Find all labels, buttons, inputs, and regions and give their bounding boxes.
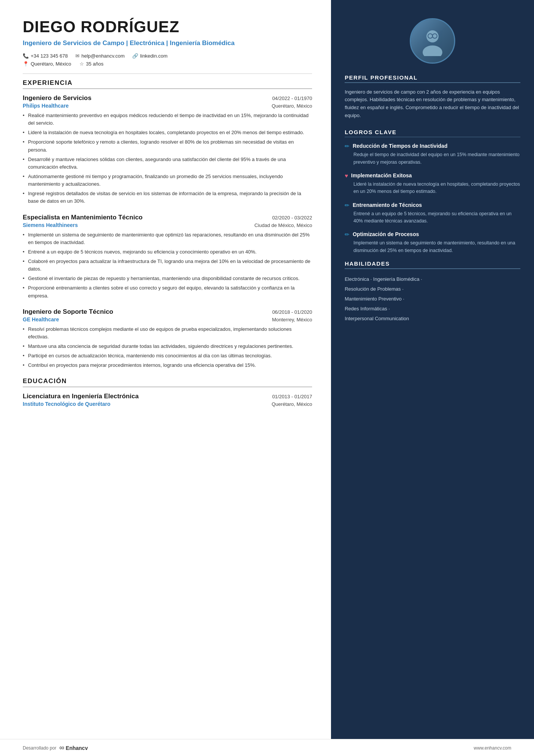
habilidades-list: Electrónica · Ingeniería Biomédica · Res… (345, 274, 520, 324)
habilidades-title: HABILIDADES (345, 260, 520, 267)
logro3-title-row: ✏ Entrenamiento de Técnicos (345, 202, 520, 209)
exp2-company: Siemens Healthineers (23, 222, 78, 228)
logro1-desc: Reduje el tiempo de inactividad del equi… (345, 151, 520, 166)
habilidad-4: Redes Informáticas · (345, 306, 390, 311)
logro-4: ✏ Optimización de Procesos Implementé un… (345, 231, 520, 254)
photo-placeholder (411, 18, 454, 64)
habilidad-5: Interpersonal Communication (345, 316, 409, 321)
linkedin-contact[interactable]: 🔗 linkedin.com (132, 53, 167, 59)
exp1-header-row: Ingeniero de Servicios 04/2022 - 01/1970 (23, 94, 312, 102)
exp2-bullet-2: Entrené a un equipo de 5 técnicos nuevos… (23, 248, 312, 256)
footer-left: Desarrollado por ∞ Enhancv (23, 744, 88, 752)
exp2-bullet-1: Implementé un sistema de seguimiento de … (23, 231, 312, 246)
candidate-title: Ingeniero de Servicios de Campo | Electr… (23, 39, 312, 48)
phone-icon: 📞 (23, 53, 29, 59)
exp3-bullet-2: Mantuve una alta conciencia de seguridad… (23, 343, 312, 350)
logros-section: LOGROS CLAVE ✏ Reducción de Tiempos de I… (345, 129, 520, 260)
logro2-icon: ♥ (345, 172, 348, 179)
exp1-location: Querétaro, México (272, 103, 312, 109)
email-contact: ✉ help@enhancv.com (75, 53, 125, 59)
exp3-dates: 06/2018 - 01/2020 (272, 309, 312, 315)
email-text: help@enhancv.com (81, 53, 125, 59)
person-silhouette (417, 26, 448, 56)
exp1-bullet-2: Lideré la instalación de nueva tecnologí… (23, 129, 312, 136)
footer-developed-by: Desarrollado por (23, 745, 56, 751)
age-text: 35 años (86, 61, 103, 67)
education-section-title: EDUCACIÓN (23, 377, 312, 385)
exp3-job-title: Ingeniero de Soporte Técnico (23, 308, 113, 316)
logro1-icon: ✏ (345, 143, 350, 150)
habilidades-section: HABILIDADES Electrónica · Ingeniería Bio… (345, 260, 520, 324)
perfil-text: Ingeniero de servicios de campo con 2 añ… (345, 88, 520, 120)
exp2-dates: 02/2020 - 03/2022 (272, 215, 312, 221)
exp2-location: Ciudad de México, México (255, 222, 312, 228)
perfil-title: PERFIL PROFESIONAL (345, 74, 520, 81)
location-row: 📍 Querétaro, México ☆ 35 años (23, 61, 312, 67)
left-column: DIEGO RODRÍGUEZ Ingeniero de Servicios d… (0, 0, 331, 739)
exp1-company: Philips Healthcare (23, 103, 69, 109)
profile-photo (410, 18, 455, 64)
exp3-company-row: GE Healthcare Monterrey, México (23, 316, 312, 322)
logro4-title-row: ✏ Optimización de Procesos (345, 231, 520, 238)
candidate-name: DIEGO RODRÍGUEZ (23, 18, 312, 36)
right-column: PERFIL PROFESIONAL Ingeniero de servicio… (331, 0, 534, 739)
age-contact: ☆ 35 años (80, 61, 103, 67)
logro-3: ✏ Entrenamiento de Técnicos Entrené a un… (345, 202, 520, 225)
edu1-degree: Licenciatura en Ingeniería Electrónica (23, 393, 139, 400)
experience-section-title: EXPERIENCIA (23, 79, 312, 87)
exp2-bullet-3: Colaboré en proyectos para actualizar la… (23, 258, 312, 273)
logro2-desc: Lideré la instalación de nueva tecnologí… (345, 181, 520, 196)
phone-text: +34 123 345 678 (31, 53, 68, 59)
edu1-location: Querétaro, México (272, 401, 312, 407)
logro4-title: Optimización de Procesos (353, 231, 419, 238)
habilidades-divider (345, 268, 520, 269)
email-icon: ✉ (75, 53, 80, 59)
experience-job-1: Ingeniero de Servicios 04/2022 - 01/1970… (23, 94, 312, 205)
phone-contact: 📞 +34 123 345 678 (23, 53, 68, 59)
logro4-icon: ✏ (345, 231, 350, 238)
logro3-desc: Entrené a un equipo de 5 técnicos, mejor… (345, 210, 520, 225)
location-icon: 📍 (23, 61, 29, 67)
edu1-institution-row: Instituto Tecnológico de Querétaro Queré… (23, 401, 312, 407)
logro2-title: Implementación Exitosa (351, 172, 412, 179)
logro3-icon: ✏ (345, 202, 350, 209)
education-divider (23, 387, 312, 387)
exp1-bullet-1: Realicé mantenimiento preventivo en equi… (23, 112, 312, 127)
exp3-bullets: Resolví problemas técnicos complejos med… (23, 326, 312, 369)
education-block-1: Licenciatura en Ingeniería Electrónica 0… (23, 393, 312, 407)
logro2-title-row: ♥ Implementación Exitosa (345, 172, 520, 179)
location-text: Querétaro, México (31, 61, 71, 67)
experience-divider (23, 88, 312, 89)
exp1-dates: 04/2022 - 01/1970 (272, 95, 312, 101)
perfil-divider (345, 82, 520, 83)
logros-title: LOGROS CLAVE (345, 129, 520, 135)
perfil-section: PERFIL PROFESIONAL Ingeniero de servicio… (345, 74, 520, 129)
logro1-title: Reducción de Tiempos de Inactividad (353, 142, 447, 150)
exp3-bullet-4: Contribuí en proyectos para mejorar proc… (23, 362, 312, 369)
edu1-dates: 01/2013 - 01/2017 (272, 394, 312, 399)
linkedin-icon: 🔗 (132, 53, 138, 59)
brand-name: Enhancv (66, 745, 88, 751)
header-divider (23, 74, 312, 74)
exp3-bullet-3: Participé en cursos de actualización téc… (23, 352, 312, 360)
infinity-icon: ∞ (59, 744, 64, 752)
exp3-header-row: Ingeniero de Soporte Técnico 06/2018 - 0… (23, 308, 312, 316)
exp2-company-row: Siemens Healthineers Ciudad de México, M… (23, 222, 312, 228)
habilidad-2: Resolución de Problemas · (345, 286, 403, 292)
exp1-bullet-4: Desarrollé y mantuve relaciones sólidas … (23, 156, 312, 171)
svg-point-1 (423, 45, 442, 56)
logro-2: ♥ Implementación Exitosa Lideré la insta… (345, 172, 520, 196)
habilidad-1: Electrónica · Ingeniería Biomédica · (345, 276, 422, 282)
exp3-location: Monterrey, México (272, 317, 312, 322)
experience-job-2: Especialista en Mantenimiento Técnico 02… (23, 214, 312, 300)
edu1-institution: Instituto Tecnológico de Querétaro (23, 401, 111, 407)
logro4-desc: Implementé un sistema de seguimiento de … (345, 239, 520, 254)
exp1-bullet-3: Proporcioné soporte telefónico y remoto … (23, 138, 312, 153)
exp1-bullet-6: Ingresé registros detallados de visitas … (23, 190, 312, 205)
exp2-header-row: Especialista en Mantenimiento Técnico 02… (23, 214, 312, 221)
experience-job-3: Ingeniero de Soporte Técnico 06/2018 - 0… (23, 308, 312, 369)
exp1-company-row: Philips Healthcare Querétaro, México (23, 103, 312, 109)
footer: Desarrollado por ∞ Enhancv www.enhancv.c… (0, 739, 534, 756)
exp2-bullets: Implementé un sistema de seguimiento de … (23, 231, 312, 300)
exp3-company: GE Healthcare (23, 316, 59, 322)
